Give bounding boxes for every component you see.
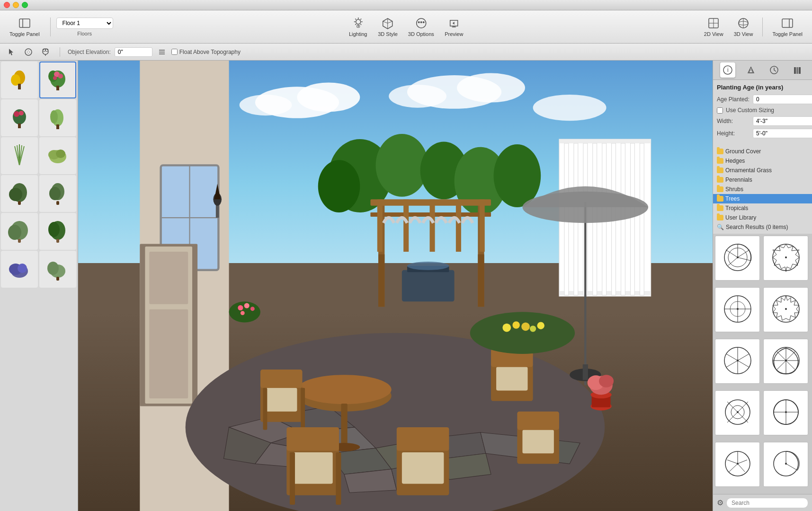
svg-rect-48 [56, 124, 59, 129]
tree-category-item-3[interactable]: Perennials [713, 175, 812, 185]
toggle-panel-right-button[interactable]: Toggle Panel [767, 14, 807, 40]
tree-category-item-4[interactable]: Shrubs [713, 185, 812, 194]
plant-thumb-4[interactable] [1, 137, 38, 174]
width-row: Width: [717, 116, 808, 126]
settings-icon[interactable]: ⚙ [717, 498, 723, 507]
minimize-button[interactable] [13, 2, 19, 8]
svg-line-222 [738, 464, 745, 472]
toggle-panel-left-button[interactable]: Toggle Panel [5, 14, 45, 40]
preview-button[interactable]: Preview [440, 14, 468, 40]
tree-category-item-0[interactable]: Ground Cover [713, 147, 812, 156]
tree-thumb-0[interactable] [715, 236, 760, 281]
svg-rect-41 [56, 86, 59, 90]
tree-thumb-8[interactable] [715, 442, 760, 487]
pointer-tool-button[interactable] [5, 45, 18, 59]
svg-point-44 [19, 111, 24, 115]
plant-thumb-1[interactable] [39, 62, 76, 98]
3d-style-button[interactable]: 3D Style [373, 14, 402, 40]
tree-category-item-5[interactable]: Trees [713, 194, 812, 203]
tree-category-label-2: Ornamental Grass [725, 167, 772, 174]
folder-icon [717, 215, 723, 220]
plant-thumb-6[interactable] [1, 175, 38, 212]
svg-point-194 [785, 308, 787, 310]
plant-thumb-5[interactable] [39, 137, 76, 174]
tree-category-item-6[interactable]: Tropicals [713, 203, 812, 213]
tree-thumb-5[interactable] [763, 339, 808, 384]
plant-thumb-7[interactable] [39, 175, 76, 212]
folder-icon [717, 186, 723, 192]
viewport[interactable] [78, 61, 713, 511]
tree-category-item-8[interactable]: 🔍Search Results (0 items) [713, 222, 812, 232]
plant-thumb-2[interactable] [1, 99, 38, 136]
maximize-button[interactable] [22, 2, 28, 8]
plant-thumb-8[interactable] [1, 213, 38, 250]
floor-select[interactable]: Floor 1 Floor 2 [56, 18, 113, 29]
tree-category-item-7[interactable]: User Library [713, 213, 812, 222]
toolbar-center: Lighting 3D Style 3D Options [344, 14, 468, 40]
elevation-list-icon[interactable] [156, 46, 168, 58]
object-elevation-input[interactable] [115, 47, 152, 57]
svg-rect-90 [378, 255, 384, 307]
tree-thumb-3[interactable] [763, 287, 808, 332]
plant-image-6 [5, 179, 34, 208]
svg-rect-145 [402, 452, 444, 484]
library-icon [793, 65, 802, 75]
edit-tool-button[interactable] [22, 45, 35, 59]
svg-point-168 [244, 303, 250, 308]
tab-library-button[interactable] [790, 62, 805, 78]
tree-thumb-1[interactable] [763, 236, 808, 281]
3d-options-button[interactable]: 3D Options [403, 14, 439, 40]
plant-thumb-0[interactable] [1, 62, 38, 98]
svg-rect-140 [293, 452, 333, 484]
plant-thumb-11[interactable] [39, 251, 76, 288]
tree-thumb-9[interactable] [763, 442, 808, 487]
3d-view-icon [737, 17, 750, 30]
tab-info-button[interactable]: i [720, 62, 735, 78]
plant-image-0 [5, 66, 34, 94]
plant-tool-button[interactable] [39, 45, 52, 59]
svg-point-56 [56, 150, 65, 158]
svg-point-76 [297, 82, 360, 112]
tree-thumb-4[interactable] [715, 339, 760, 384]
main-content: i [0, 61, 812, 511]
tree-category-item-2[interactable]: Ornamental Grass [713, 166, 812, 175]
custom-sizing-checkbox[interactable] [717, 107, 723, 114]
preview-label: Preview [445, 31, 463, 37]
2d-view-button[interactable]: 2D View [699, 14, 728, 40]
object-elevation-label: Object Elevation: [68, 49, 111, 55]
tab-structure-button[interactable] [743, 62, 758, 78]
svg-line-184 [728, 257, 738, 265]
custom-sizing-checkbox-wrap[interactable]: Use Custom Sizing [717, 107, 808, 114]
toolbar-divider-1 [50, 18, 51, 36]
lighting-button[interactable]: Lighting [344, 14, 372, 40]
height-row: Height: [717, 129, 808, 138]
right-panel-bottom: ⚙ [713, 494, 812, 511]
plant-thumb-3[interactable] [39, 99, 76, 136]
age-planted-input[interactable] [753, 95, 812, 104]
plant-thumb-9[interactable] [39, 213, 76, 250]
float-above-checkbox-wrap[interactable]: Float Above Topography [171, 49, 241, 55]
height-input[interactable] [753, 129, 812, 138]
svg-rect-74 [56, 277, 59, 281]
float-above-checkbox[interactable] [171, 49, 178, 55]
tree-category-item-1[interactable]: Hedges [713, 156, 812, 166]
plant-thumb-10[interactable] [1, 251, 38, 288]
3d-view-button[interactable]: 3D View [729, 14, 758, 40]
svg-point-170 [241, 311, 245, 315]
search-input[interactable] [726, 498, 808, 508]
svg-point-87 [494, 144, 541, 207]
lighting-label: Lighting [349, 31, 367, 37]
svg-point-158 [502, 324, 511, 332]
svg-point-77 [240, 95, 292, 115]
tree-thumb-6[interactable] [715, 390, 760, 435]
svg-rect-122 [640, 143, 644, 295]
folder-icon [717, 149, 723, 154]
plant-image-3 [44, 104, 72, 132]
tab-history-button[interactable] [767, 62, 782, 78]
close-button[interactable] [4, 2, 10, 8]
width-input[interactable] [753, 116, 812, 126]
tree-thumb-2[interactable] [715, 287, 760, 332]
tree-thumb-7[interactable] [763, 390, 808, 435]
svg-rect-143 [336, 452, 341, 505]
3d-options-label: 3D Options [408, 31, 434, 37]
